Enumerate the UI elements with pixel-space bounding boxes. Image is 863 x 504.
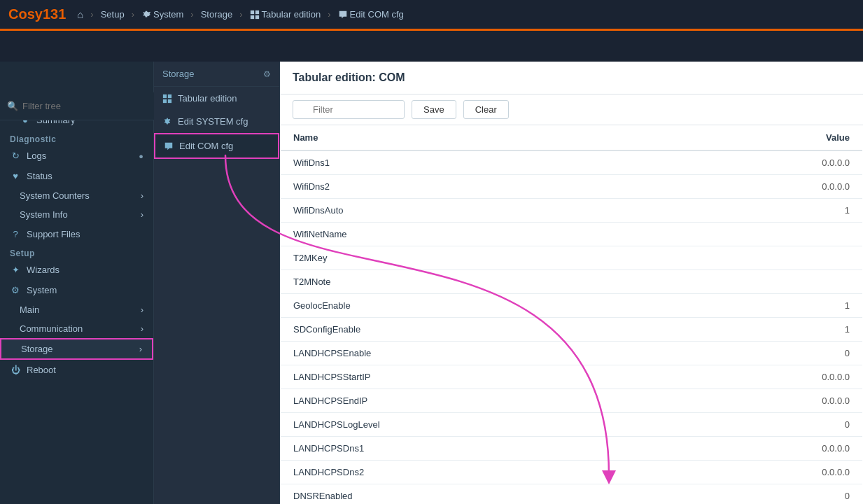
- filter-wrap: 🔍: [293, 100, 405, 119]
- breadcrumb-sep-2: ›: [132, 9, 134, 20]
- sidebar-item-support-files[interactable]: ? Support Files: [0, 224, 153, 244]
- edit-com-cfg-icon: [164, 141, 174, 151]
- breadcrumb-tabular-edition[interactable]: Tabular edition: [250, 9, 321, 20]
- cell-name: WifiDnsAuto: [281, 199, 675, 223]
- sidebar-item-wizards[interactable]: ✦ Wizards: [0, 260, 153, 280]
- breadcrumb-setup[interactable]: Setup: [101, 9, 125, 20]
- edit-system-cfg-icon: [162, 117, 172, 127]
- filter-input[interactable]: [293, 100, 405, 119]
- tabular-edition-icon: [162, 94, 172, 104]
- table-row: SDConfigEnable1: [281, 318, 862, 342]
- middle-panel-header: Storage ⚙: [154, 62, 279, 87]
- svg-rect-1: [255, 10, 258, 13]
- cell-name: LANDHCPSLogLevel: [281, 413, 675, 437]
- svg-rect-6: [163, 99, 167, 102]
- cell-name: WifiDns2: [281, 175, 675, 199]
- logs-icon: ↻: [10, 150, 21, 161]
- cell-value: [675, 270, 862, 294]
- support-files-icon: ?: [10, 229, 21, 239]
- table-row: LANDHCPSEnable0: [281, 342, 862, 365]
- logs-chevron: ●: [139, 152, 143, 160]
- table-row: LANDHCPSStartIP0.0.0.0: [281, 365, 862, 389]
- table-row: WifiDns20.0.0.0: [281, 175, 862, 199]
- breadcrumb-home-icon[interactable]: ⌂: [77, 8, 83, 20]
- toolbar: 🔍 Save Clear: [280, 94, 863, 125]
- middle-panel-edit-com-cfg[interactable]: Edit COM cfg: [154, 133, 279, 159]
- svg-rect-0: [250, 10, 253, 13]
- sidebar-item-system-info[interactable]: System Info ›: [0, 205, 153, 224]
- sidebar-item-main[interactable]: Main ›: [0, 300, 153, 319]
- table-row: LANDHCPSDns10.0.0.0: [281, 437, 862, 461]
- col-value-header: Value: [675, 125, 862, 150]
- cell-value: 0: [675, 484, 862, 505]
- sidebar-item-storage[interactable]: Storage ›: [0, 338, 153, 360]
- cell-name: LANDHCPSEndIP: [281, 389, 675, 413]
- filter-tree-search-icon: 🔍: [7, 101, 18, 111]
- table-row: LANDHCPSDns20.0.0.0: [281, 461, 862, 484]
- save-button[interactable]: Save: [412, 100, 456, 119]
- grid-icon: [250, 10, 260, 20]
- cell-name: GeolocEnable: [281, 294, 675, 318]
- cell-name: LANDHCPSEnable: [281, 342, 675, 365]
- reboot-icon: ⏻: [10, 365, 21, 375]
- breadcrumb-storage[interactable]: Storage: [201, 9, 233, 20]
- table-row: DNSREnabled0: [281, 484, 862, 505]
- breadcrumb-sep-1: ›: [90, 9, 93, 20]
- sidebar-item-status[interactable]: ♥ Status: [0, 166, 153, 186]
- cell-value: 1: [675, 294, 862, 318]
- clear-button[interactable]: Clear: [463, 100, 509, 119]
- table-row: LANDHCPSEndIP0.0.0.0: [281, 389, 862, 413]
- svg-rect-4: [163, 94, 167, 97]
- system-info-chevron: ›: [141, 209, 143, 220]
- middle-panel: Storage ⚙ Tabular edition Edit SYSTEM cf…: [154, 62, 280, 504]
- filter-tree-input[interactable]: [22, 101, 147, 111]
- setup-section-label: Setup: [0, 244, 153, 260]
- filter-tree-bar: 🔍: [0, 92, 154, 120]
- svg-rect-5: [168, 94, 171, 97]
- table-wrap: Name Value WifiDns10.0.0.0WifiDns20.0.0.…: [280, 125, 863, 504]
- cell-value: [675, 246, 862, 270]
- cell-value: 0: [675, 413, 862, 437]
- cell-name: WifiNetName: [281, 223, 675, 246]
- cell-name: T2MNote: [281, 270, 675, 294]
- sidebar-item-reboot[interactable]: ⏻ Reboot: [0, 360, 153, 380]
- topbar: Cosy131 ⌂ › Setup › System › Storage › T…: [0, 0, 863, 31]
- cell-name: WifiDns1: [281, 150, 675, 175]
- cell-value: 0.0.0.0: [675, 150, 862, 175]
- cell-name: SDConfigEnable: [281, 318, 675, 342]
- cell-value: 0.0.0.0: [675, 389, 862, 413]
- cell-value: [675, 223, 862, 246]
- table-row: WifiDns10.0.0.0: [281, 150, 862, 175]
- gear-icon: [141, 10, 151, 20]
- cell-name: LANDHCPSStartIP: [281, 365, 675, 389]
- status-icon: ♥: [10, 171, 21, 181]
- svg-rect-7: [168, 99, 171, 102]
- sidebar-item-logs[interactable]: ↻ Logs ●: [0, 146, 153, 166]
- cell-value: 0.0.0.0: [675, 461, 862, 484]
- system-gear-icon: ⚙: [10, 285, 21, 295]
- table-row: WifiDnsAuto1: [281, 199, 862, 223]
- sidebar-item-system-counters[interactable]: System Counters ›: [0, 186, 153, 205]
- cell-value: 0.0.0.0: [675, 437, 862, 461]
- cell-value: 0.0.0.0: [675, 175, 862, 199]
- sidebar: ⌂ Home ● Summary Diagnostic ↻ Logs ● ♥ S…: [0, 62, 154, 504]
- sidebar-item-system[interactable]: ⚙ System: [0, 280, 153, 300]
- cell-name: LANDHCPSDns2: [281, 461, 675, 484]
- sidebar-item-communication[interactable]: Communication ›: [0, 319, 153, 338]
- middle-panel-settings-icon: ⚙: [263, 69, 271, 79]
- brand-logo[interactable]: Cosy131: [8, 6, 66, 22]
- main-chevron: ›: [141, 304, 143, 315]
- cell-value: 1: [675, 318, 862, 342]
- table-row: GeolocEnable1: [281, 294, 862, 318]
- breadcrumb-system[interactable]: System: [141, 9, 183, 20]
- cell-value: 1: [675, 199, 862, 223]
- table-row: LANDHCPSLogLevel0: [281, 413, 862, 437]
- main-content: Tabular edition: COM 🔍 Save Clear Name V…: [280, 62, 863, 504]
- cell-value: 0: [675, 342, 862, 365]
- middle-panel-tabular-edition[interactable]: Tabular edition: [154, 87, 279, 110]
- table-row: WifiNetName: [281, 223, 862, 246]
- table-row: T2MNote: [281, 270, 862, 294]
- breadcrumb-sep-5: ›: [328, 9, 330, 20]
- breadcrumb-edit-com-cfg[interactable]: Edit COM cfg: [338, 9, 404, 20]
- middle-panel-edit-system-cfg[interactable]: Edit SYSTEM cfg: [154, 110, 279, 133]
